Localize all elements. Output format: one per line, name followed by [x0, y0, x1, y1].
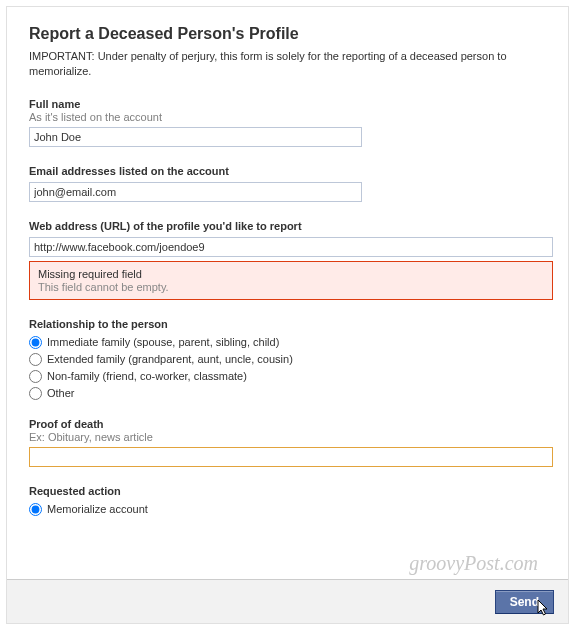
field-full-name: Full name As it's listed on the account [29, 98, 546, 147]
error-title: Missing required field [38, 268, 544, 280]
form-container: Report a Deceased Person's Profile IMPOR… [6, 6, 569, 624]
radio-memorialize-label: Memorialize account [47, 503, 148, 515]
footer-bar: Send [7, 579, 568, 623]
full-name-input[interactable] [29, 127, 362, 147]
radio-nonfamily-label: Non-family (friend, co-worker, classmate… [47, 370, 247, 382]
url-input[interactable] [29, 237, 553, 257]
watermark: groovyPost.com [409, 552, 538, 575]
error-box: Missing required field This field cannot… [29, 261, 553, 300]
page-title: Report a Deceased Person's Profile [29, 25, 546, 43]
radio-immediate-input[interactable] [29, 336, 42, 349]
field-relationship: Relationship to the person Immediate fam… [29, 318, 546, 400]
email-input[interactable] [29, 182, 362, 202]
send-button[interactable]: Send [495, 590, 554, 614]
field-proof: Proof of death Ex: Obituary, news articl… [29, 418, 546, 467]
radio-extended-label: Extended family (grandparent, aunt, uncl… [47, 353, 293, 365]
field-url: Web address (URL) of the profile you'd l… [29, 220, 546, 300]
relationship-label: Relationship to the person [29, 318, 546, 330]
action-label: Requested action [29, 485, 546, 497]
radio-non-family[interactable]: Non-family (friend, co-worker, classmate… [29, 370, 546, 383]
radio-nonfamily-input[interactable] [29, 370, 42, 383]
radio-extended-input[interactable] [29, 353, 42, 366]
email-label: Email addresses listed on the account [29, 165, 546, 177]
radio-other-label: Other [47, 387, 75, 399]
radio-immediate-family[interactable]: Immediate family (spouse, parent, siblin… [29, 336, 546, 349]
proof-hint: Ex: Obituary, news article [29, 431, 546, 443]
field-requested-action: Requested action Memorialize account [29, 485, 546, 516]
radio-immediate-label: Immediate family (spouse, parent, siblin… [47, 336, 279, 348]
full-name-label: Full name [29, 98, 546, 110]
radio-other-input[interactable] [29, 387, 42, 400]
error-text: This field cannot be empty. [38, 281, 544, 293]
full-name-hint: As it's listed on the account [29, 111, 546, 123]
radio-memorialize-input[interactable] [29, 503, 42, 516]
proof-input[interactable] [29, 447, 553, 467]
proof-label: Proof of death [29, 418, 546, 430]
url-label: Web address (URL) of the profile you'd l… [29, 220, 546, 232]
radio-memorialize[interactable]: Memorialize account [29, 503, 546, 516]
radio-extended-family[interactable]: Extended family (grandparent, aunt, uncl… [29, 353, 546, 366]
radio-other[interactable]: Other [29, 387, 546, 400]
important-notice: IMPORTANT: Under penalty of perjury, thi… [29, 49, 546, 80]
field-email: Email addresses listed on the account [29, 165, 546, 202]
